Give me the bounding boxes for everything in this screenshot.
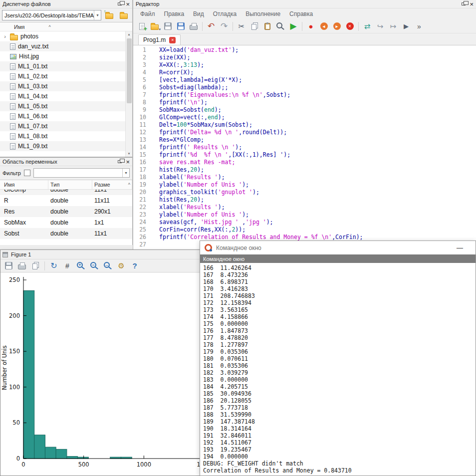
scroll-up-icon[interactable]: ▴ <box>128 31 130 37</box>
variable-row[interactable]: Sobstdouble11x1 <box>0 228 132 239</box>
zoom-in-button[interactable]: + <box>75 260 87 272</box>
next-breakpoint-button[interactable]: ▸ <box>331 20 343 32</box>
chevron-down-icon[interactable]: ▾ <box>94 10 101 20</box>
save-as-button[interactable] <box>175 20 187 32</box>
file-row[interactable]: ML1_02.txt <box>0 71 125 81</box>
file-list-scrollbar[interactable]: ▴ ▾ <box>125 31 132 157</box>
menu-item-Отладка[interactable]: Отладка <box>209 9 240 18</box>
redo-button[interactable]: ↷ <box>218 20 230 32</box>
clear-breakpoints-button[interactable]: × <box>344 20 356 32</box>
code-line[interactable]: 11Delt=100*SobMax/sum(Sobst); <box>133 121 476 129</box>
copy-button[interactable] <box>248 20 260 32</box>
menu-item-Вид[interactable]: Вид <box>189 9 208 18</box>
code-line[interactable]: 3X=XX(:,3:13); <box>133 61 476 69</box>
code-line[interactable]: 25CorFin=corr(Res,XX(:,2)); <box>133 226 476 234</box>
print-button[interactable] <box>188 20 200 32</box>
column-type[interactable]: Тип <box>48 180 92 189</box>
chevron-down-icon[interactable]: ▾ <box>122 169 129 177</box>
code-line[interactable]: 20graphics_toolkit('gnuplot '); <box>133 189 476 196</box>
close-tab-icon[interactable]: × <box>169 37 176 43</box>
file-row[interactable]: ML1_07.txt <box>0 121 125 131</box>
cut-button[interactable]: ✂ <box>236 20 247 32</box>
code-line[interactable]: 22xlabel('Results '); <box>133 204 476 211</box>
file-row[interactable]: ML1_09.txt <box>0 141 125 151</box>
menu-item-Правка[interactable]: Правка <box>160 9 189 18</box>
scroll-down-icon[interactable]: ▾ <box>128 151 130 157</box>
code-line[interactable]: 10GlComp=vect(:,end); <box>133 114 476 121</box>
run-script-button[interactable]: ▶ <box>287 20 299 32</box>
file-row[interactable]: ML1_01.txt <box>0 61 125 71</box>
column-size[interactable]: Разме^ <box>92 180 132 189</box>
file-row[interactable]: dan_vuz.txt <box>0 41 125 51</box>
code-line[interactable]: 26fprintf('Correlation of Results and Mo… <box>133 234 476 241</box>
tab-prog1[interactable]: Prog1.m × <box>138 34 181 45</box>
code-line[interactable]: 23ylabel('Number of Unis '); <box>133 211 476 219</box>
plot-canvas[interactable]: 050100150200250050010001500Number of Uni… <box>0 273 204 476</box>
paste-button[interactable] <box>261 20 273 32</box>
filter-combobox[interactable]: ▾ <box>33 168 130 178</box>
filter-checkbox[interactable] <box>24 170 30 176</box>
new-script-button[interactable]: + <box>136 20 148 32</box>
find-replace-button[interactable] <box>274 20 286 32</box>
step-button[interactable]: ↪ <box>374 20 386 32</box>
code-line[interactable]: 7fprintf('Eigenvalues:\n %f \n',Sobst); <box>133 91 476 99</box>
open-file-button[interactable]: ▾ <box>149 20 161 32</box>
code-line[interactable]: 24saveas(gcf, 'Hist.jpg ' ,'jpg '); <box>133 219 476 226</box>
file-row[interactable]: ML1_03.txt <box>0 81 125 91</box>
file-list-header[interactable]: Имя ^ <box>0 22 132 31</box>
current-directory-combobox[interactable]: Jsers/u202-06/Desktop/it-labs/TEMA2 ▾ <box>2 10 101 20</box>
minimize-icon[interactable]: — <box>457 244 463 251</box>
name-column-header[interactable]: Имя <box>14 24 24 30</box>
code-line[interactable]: 8fprintf('\n'); <box>133 99 476 106</box>
undock-icon[interactable] <box>118 160 122 163</box>
file-row[interactable]: ML1_08.txt <box>0 131 125 141</box>
code-line[interactable]: 5[vect,lambda]=eig(X'*X); <box>133 76 476 84</box>
prev-breakpoint-button[interactable]: ◂ <box>318 20 330 32</box>
file-row[interactable]: ML1_04.txt <box>0 91 125 101</box>
close-icon[interactable]: × <box>126 159 130 165</box>
copy-figure-button[interactable] <box>29 260 41 272</box>
print-figure-button[interactable] <box>16 260 28 272</box>
zoom-out-button[interactable]: − <box>88 260 100 272</box>
run-file-button[interactable]: ▶ <box>400 20 412 32</box>
code-line[interactable]: 19ylabel('Number of Unis '); <box>133 181 476 189</box>
code-line[interactable]: 14fprintf(' Results \n '); <box>133 144 476 151</box>
code-line[interactable]: 18xlabel('Results '); <box>133 174 476 181</box>
code-line[interactable]: 1XX=load('dan_vuz.txt'); <box>133 46 476 54</box>
variable-row[interactable]: Rdouble11x11 <box>0 195 132 206</box>
code-line[interactable]: 4R=corr(X); <box>133 69 476 76</box>
menu-item-Выполнение[interactable]: Выполнение <box>241 9 284 18</box>
code-line[interactable]: 2size(XX); <box>133 54 476 61</box>
menu-item-Файл[interactable]: Файл <box>136 9 159 18</box>
variable-row[interactable]: Resdouble290x1 <box>0 206 132 217</box>
undock-icon[interactable] <box>462 2 466 5</box>
code-line[interactable]: 15fprintf('%d %f \n ',[XX(:,1),Res] '); <box>133 151 476 159</box>
figure-titlebar[interactable]: Figure 1 <box>0 250 204 259</box>
folder-up-button[interactable]: ↑ <box>103 9 116 21</box>
code-editor[interactable]: 1XX=load('dan_vuz.txt');2size(XX);3X=XX(… <box>133 45 476 255</box>
variables-table-header[interactable]: Имя Тип Разме^ <box>0 180 132 190</box>
scrollbar-thumb[interactable] <box>127 38 132 103</box>
browse-directory-button[interactable] <box>117 9 130 21</box>
menu-item-Справка[interactable]: Справка <box>285 9 317 18</box>
file-row[interactable]: ML1_06.txt <box>0 111 125 121</box>
refresh-button[interactable]: ↻ <box>48 260 60 272</box>
tools-button[interactable]: ⚙ <box>115 260 127 272</box>
code-line[interactable]: 6Sobst=diag(lambda);; <box>133 84 476 91</box>
close-icon[interactable]: × <box>126 1 130 7</box>
file-row[interactable]: Hist.jpg <box>0 51 125 61</box>
code-line[interactable]: 12fprintf('Delta= %d \n ',round(Delt)); <box>133 129 476 136</box>
code-line[interactable]: 9SobMax=Sobst(end); <box>133 106 476 114</box>
file-row[interactable]: ›photos <box>0 31 125 41</box>
help-button[interactable]: ? <box>129 260 141 272</box>
file-row[interactable]: ML1_05.txt <box>0 101 125 111</box>
close-icon[interactable]: × <box>470 1 474 7</box>
variable-row[interactable]: GlCompdouble11x1 <box>0 190 132 195</box>
variable-row[interactable]: SobMaxdouble1x1 <box>0 217 132 228</box>
step-out-button[interactable]: ↦ <box>387 20 399 32</box>
code-line[interactable]: 13Res=X*GlComp; <box>133 136 476 144</box>
undock-icon[interactable] <box>118 2 122 5</box>
undo-button[interactable]: ↶ <box>205 20 217 32</box>
save-button[interactable] <box>162 20 174 32</box>
toggle-breakpoint-button[interactable]: ● <box>305 20 317 32</box>
